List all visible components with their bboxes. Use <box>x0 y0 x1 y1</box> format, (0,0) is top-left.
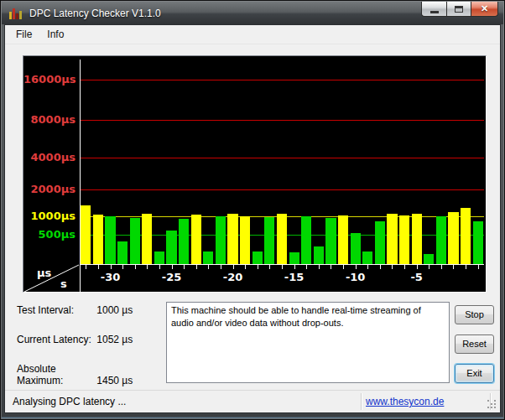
title-bar[interactable]: DPC Latency Checker V1.1.0 ✕ <box>2 2 503 24</box>
x-axis-tick <box>356 265 357 269</box>
x-axis-tick <box>147 265 148 269</box>
x-axis-tick <box>269 265 270 269</box>
axis-unit-denominator: s <box>60 277 67 290</box>
app-icon <box>9 8 23 19</box>
latency-bar <box>301 216 311 264</box>
x-axis-tick <box>245 265 246 269</box>
latency-bar <box>399 215 409 264</box>
window-title: DPC Latency Checker V1.1.0 <box>29 8 161 19</box>
latency-bar <box>142 214 152 264</box>
x-axis-tick <box>184 265 185 269</box>
x-axis-label--5: -5 <box>410 271 422 283</box>
x-axis-tick <box>441 265 442 269</box>
x-axis-tick <box>392 265 393 269</box>
minimize-icon <box>430 11 439 13</box>
resize-grip-icon[interactable] <box>487 400 497 410</box>
x-axis-tick <box>122 265 123 269</box>
x-axis-tick <box>86 265 86 269</box>
gridline-8000 <box>81 120 484 121</box>
latency-bar <box>216 216 226 264</box>
latency-bar <box>191 215 201 264</box>
x-axis-tick <box>294 265 295 269</box>
test-interval-value: 1000 µs <box>96 304 133 316</box>
latency-bar <box>375 221 385 264</box>
current-latency-row: Current Latency: 1052 µs <box>17 334 133 345</box>
x-axis-label--25: -25 <box>162 271 182 283</box>
x-axis-tick <box>466 265 466 269</box>
exit-button[interactable]: Exit <box>455 364 494 383</box>
y-axis-label-16000: 16000µs <box>23 73 75 86</box>
close-button[interactable]: ✕ <box>471 2 498 17</box>
x-axis-label--15: -15 <box>284 271 305 283</box>
close-icon: ✕ <box>481 3 488 14</box>
gridline-4000 <box>81 158 484 158</box>
y-axis-label-500: 500µs <box>23 228 75 241</box>
latency-bar <box>461 208 471 264</box>
latency-bar <box>338 215 348 264</box>
x-axis-label--20: -20 <box>223 271 243 283</box>
test-interval-label: Test Interval: <box>17 304 94 316</box>
latency-bar <box>179 219 189 264</box>
menu-bar: File Info <box>5 25 500 44</box>
x-axis-tick <box>172 265 173 269</box>
menu-file[interactable]: File <box>8 26 39 43</box>
latency-bar <box>166 231 176 264</box>
x-axis-tick <box>196 265 197 269</box>
latency-bar <box>264 217 274 264</box>
status-bar: Analysing DPC latency ... www.thesycon.d… <box>5 390 500 412</box>
maximize-button[interactable] <box>446 2 471 17</box>
x-axis-tick <box>159 265 160 269</box>
thesycon-link[interactable]: www.thesycon.de <box>366 396 444 407</box>
status-separator <box>361 393 362 410</box>
latency-bar <box>105 216 115 264</box>
x-axis-tick <box>404 265 405 269</box>
x-axis-tick <box>453 265 454 269</box>
latency-bar <box>252 251 263 264</box>
x-axis-tick <box>306 265 307 269</box>
latency-chart: 16000µs8000µs4000µs2000µs1000µs500µs-30-… <box>23 55 487 293</box>
y-axis-label-4000: 4000µs <box>23 151 75 163</box>
current-latency-value: 1052 µs <box>96 334 133 345</box>
client-area: File Info 16000µs8000µs4000µs2000µs1000µ… <box>4 24 501 413</box>
maximize-icon <box>455 6 463 13</box>
latency-bar <box>448 212 458 264</box>
x-axis-tick <box>429 265 430 269</box>
analysis-message-box: This machine should be able to handle re… <box>166 302 450 383</box>
latency-bar <box>351 233 361 264</box>
x-axis-tick <box>367 265 368 269</box>
x-axis-tick <box>135 265 136 269</box>
app-window: DPC Latency Checker V1.1.0 ✕ File Info 1… <box>0 0 505 420</box>
x-axis-tick <box>221 265 221 269</box>
current-latency-label: Current Latency: <box>17 334 94 345</box>
gridline-16000 <box>81 80 484 80</box>
latency-bar <box>436 216 446 264</box>
x-axis-tick <box>478 265 479 269</box>
latency-bar <box>154 251 164 264</box>
minimize-button[interactable] <box>421 2 446 17</box>
y-axis-line <box>80 60 81 292</box>
axis-unit-divider <box>23 264 80 292</box>
reset-button[interactable]: Reset <box>455 334 494 354</box>
latency-chart-canvas: 16000µs8000µs4000µs2000µs1000µs500µs-30-… <box>23 56 486 292</box>
x-axis-tick <box>319 265 320 269</box>
y-axis-label-1000: 1000µs <box>23 210 75 222</box>
x-axis-tick <box>111 265 112 269</box>
x-axis-tick <box>380 265 381 269</box>
menu-info[interactable]: Info <box>39 26 71 43</box>
status-text: Analysing DPC latency ... <box>13 396 126 407</box>
latency-bar <box>203 251 213 264</box>
latency-bar <box>227 214 237 264</box>
x-axis-label--10: -10 <box>346 271 366 283</box>
x-axis-tick <box>98 265 99 269</box>
latency-bar <box>93 215 103 264</box>
window-bottom-edge <box>2 417 503 418</box>
x-axis-tick <box>282 265 283 269</box>
latency-bar <box>81 205 91 264</box>
x-axis-label--30: -30 <box>101 271 121 283</box>
latency-bar <box>424 254 434 264</box>
stop-button[interactable]: Stop <box>455 305 494 324</box>
axis-unit-numerator: µs <box>37 267 51 279</box>
latency-bar <box>412 214 422 264</box>
latency-bar <box>387 214 397 264</box>
latency-bar <box>314 246 324 264</box>
